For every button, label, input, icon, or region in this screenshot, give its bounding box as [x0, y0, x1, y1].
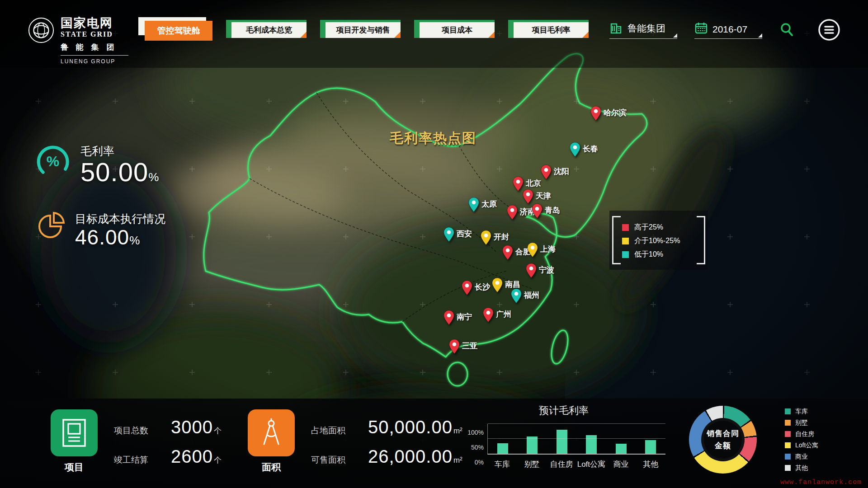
stat-value: 3000	[171, 417, 213, 437]
company-selector[interactable]: 鲁能集团	[609, 21, 677, 39]
city-pin[interactable]: 西安	[443, 227, 455, 244]
map-pin-icon	[482, 307, 494, 323]
donut-legend-item: 自住房	[785, 430, 818, 438]
bar	[488, 424, 518, 454]
compass-icon	[259, 418, 284, 448]
city-pin[interactable]: 长沙	[461, 280, 473, 297]
kpi-target-cost: 目标成本执行情况 46.00%	[35, 211, 165, 248]
legend-label: 低于10%	[634, 250, 663, 259]
tab-label: 项目成本	[442, 25, 472, 35]
city-pin[interactable]: 南昌	[491, 277, 503, 295]
donut-legend-item: 车库	[785, 408, 818, 416]
bar-category-label: 车库	[487, 459, 517, 469]
city-label: 哈尔滨	[604, 108, 627, 118]
stat-unit: m²	[453, 456, 462, 465]
bar	[518, 424, 547, 454]
map-title: 毛利率热点图	[390, 129, 476, 148]
city-pin[interactable]: 青岛	[531, 203, 543, 221]
stat-row: 可售面积 26,000.00m²	[311, 446, 462, 467]
stat-row: 项目总数 3000个	[114, 417, 222, 437]
city-label: 天津	[536, 191, 551, 201]
search-icon[interactable]	[779, 22, 795, 38]
map-legend-item: 高于25%	[622, 223, 703, 232]
city-pin[interactable]: 南宁	[443, 310, 455, 327]
stat-label: 竣工结算	[114, 454, 156, 466]
nav-tab[interactable]: 项目开发与销售	[320, 20, 401, 38]
donut-center-label: 销售合同 金额	[689, 406, 757, 474]
bar-category-label: 商业	[606, 459, 636, 469]
bar	[547, 424, 577, 454]
city-pin[interactable]: 沈阳	[540, 164, 552, 182]
stat-label: 占地面积	[311, 425, 353, 436]
city-pin[interactable]: 济南	[506, 205, 518, 222]
nav-tab[interactable]: 管控驾驶舱	[145, 21, 212, 41]
map-pin-icon	[510, 288, 522, 304]
legend-label: 自住房	[795, 430, 814, 438]
percent-gauge-icon: %	[35, 144, 71, 179]
dropdown-caret-icon	[758, 33, 762, 38]
stat-value: 50,000.00	[368, 417, 453, 437]
map-pin-icon	[569, 142, 581, 157]
map-pin-icon	[502, 245, 514, 260]
tab-label: 毛利成本总览	[246, 25, 292, 35]
city-pin[interactable]: 上海	[527, 242, 538, 259]
legend-swatch	[622, 251, 629, 258]
legend-swatch	[785, 454, 791, 460]
brand-divider	[61, 55, 128, 56]
city-pin[interactable]: 福州	[510, 288, 522, 305]
donut-legend-item: 其他	[785, 464, 818, 472]
watermark: www.fanlanwork.com	[780, 479, 862, 486]
city-pin[interactable]: 三亚	[448, 339, 460, 356]
city-label: 西安	[457, 229, 472, 239]
kpi-gross-margin: % 毛利率 50.00%	[35, 144, 159, 186]
date-selector[interactable]: 2016-07	[694, 21, 762, 39]
stat-row: 竣工结算 2600个	[114, 446, 222, 467]
city-label: 长沙	[475, 282, 490, 292]
bar	[636, 424, 666, 454]
city-pin[interactable]: 长春	[569, 142, 581, 159]
legend-label: 高于25%	[634, 223, 663, 232]
city-pin[interactable]: 广州	[482, 307, 494, 324]
city-pin[interactable]: 宁波	[525, 263, 537, 280]
donut-legend: 车库 别墅 自住房 Loft公寓 商业 其他	[785, 406, 818, 474]
bar-category-label: 其他	[636, 459, 665, 469]
brand-name-cn: 国家电网	[61, 17, 128, 29]
project-card: 项目 项目总数 3000个 竣工结算 2600个	[51, 409, 222, 474]
city-pin[interactable]: 太原	[468, 197, 480, 214]
map-pin-icon	[468, 197, 480, 212]
sales-contract-donut-chart: 销售合同 金额 车库 别墅 自住房 Loft公寓 商业 其他	[689, 406, 818, 474]
map-pin-icon	[443, 310, 455, 325]
city-pin[interactable]: 哈尔滨	[590, 106, 602, 123]
nav-tab[interactable]: 项目成本	[414, 20, 495, 38]
map-pin-icon	[443, 227, 455, 242]
legend-swatch	[785, 431, 791, 437]
map-pin-icon	[506, 205, 518, 220]
kpi-unit: %	[148, 170, 159, 184]
city-label: 北京	[526, 178, 541, 188]
city-label: 南宁	[457, 312, 472, 322]
tab-label: 管控驾驶舱	[157, 25, 200, 37]
stat-row: 占地面积 50,000.00m²	[311, 417, 462, 437]
nav-tab[interactable]: 项目毛利率	[508, 20, 589, 38]
donut-ring: 销售合同 金额	[689, 406, 757, 474]
map-pin-icon	[527, 242, 538, 258]
map-pin-icon	[461, 280, 473, 296]
donut-legend-item: 别墅	[785, 419, 818, 427]
map-legend: 高于25% 介于10%-25% 低于10%	[609, 211, 708, 270]
legend-label: 车库	[795, 408, 808, 416]
bar-category-label: 别墅	[517, 459, 547, 469]
stat-value: 2600	[171, 446, 213, 466]
city-label: 开封	[494, 232, 509, 242]
nav-tab[interactable]: 毛利成本总览	[226, 20, 307, 38]
city-label: 广州	[496, 309, 511, 319]
calendar-icon	[694, 21, 708, 35]
stat-value: 26,000.00	[368, 446, 453, 466]
header: 国家电网 STATE GRID 鲁 能 集 团 LUNENG GROUP 管控驾…	[0, 0, 868, 59]
map-legend-item: 介于10%-25%	[622, 236, 703, 246]
city-pin[interactable]: 开封	[480, 230, 492, 247]
menu-icon[interactable]	[817, 18, 841, 42]
bar-category-label: 自住房	[547, 459, 576, 469]
y-axis-tick: 0%	[475, 459, 484, 466]
company-name: 鲁能集团	[627, 22, 665, 35]
city-pin[interactable]: 合肥	[502, 245, 514, 262]
